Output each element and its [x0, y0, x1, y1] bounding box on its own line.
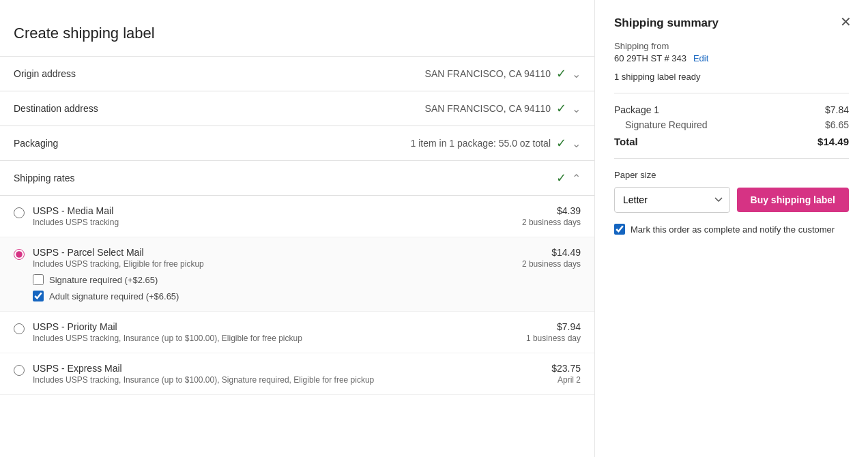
rate-item-priority-mail: USPS - Priority Mail Includes USPS track… — [0, 312, 594, 353]
addon-signature-required: Signature required (+$2.65) — [33, 274, 508, 285]
rate-price-express-mail: $23.75 — [551, 363, 581, 374]
summary-package-row: Package 1 $7.84 — [614, 104, 849, 115]
rate-info-express-mail: USPS - Express Mail Includes USPS tracki… — [33, 363, 538, 385]
rate-info-parcel-select: USPS - Parcel Select Mail Includes USPS … — [33, 247, 508, 301]
summary-edit-link[interactable]: Edit — [693, 53, 708, 63]
notify-row: Mark this order as complete and notify t… — [614, 224, 849, 235]
summary-divider-top — [614, 93, 849, 93]
rates-label: Shipping rates — [14, 173, 75, 183]
rates-chevron-up-icon: ⌃ — [572, 172, 581, 185]
create-shipping-label-modal: Create shipping label Origin address SAN… — [0, 0, 868, 457]
rate-name-parcel-select: USPS - Parcel Select Mail — [33, 247, 508, 258]
origin-check-icon: ✓ — [556, 66, 566, 81]
packaging-value: 1 item in 1 package: 55.0 oz total — [411, 138, 551, 149]
rate-name-media-mail: USPS - Media Mail — [33, 205, 508, 216]
rate-days-media-mail: 2 business days — [522, 218, 581, 227]
notify-customer-checkbox[interactable] — [614, 224, 625, 235]
destination-chevron-down-icon: ⌄ — [572, 102, 581, 115]
rate-desc-express-mail: Includes USPS tracking, Insurance (up to… — [33, 375, 538, 385]
destination-address-right: SAN FRANCISCO, CA 94110 ✓ ⌄ — [425, 101, 581, 116]
origin-address-value: SAN FRANCISCO, CA 94110 — [425, 68, 551, 79]
buy-shipping-label-button[interactable]: Buy shipping label — [737, 188, 849, 212]
rate-days-parcel-select: 2 business days — [522, 259, 581, 269]
rate-desc-priority-mail: Includes USPS tracking, Insurance (up to… — [33, 334, 512, 343]
rate-name-priority-mail: USPS - Priority Mail — [33, 321, 512, 332]
destination-address-label: Destination address — [14, 103, 98, 114]
addon-adult-signature-required-checkbox[interactable] — [33, 291, 44, 301]
notify-customer-label: Mark this order as complete and notify t… — [631, 224, 835, 235]
right-panel: ✕ Shipping summary Shipping from 60 29TH… — [595, 0, 868, 457]
paper-size-label: Paper size — [614, 170, 849, 180]
packaging-right: 1 item in 1 package: 55.0 oz total ✓ ⌄ — [411, 136, 581, 151]
rate-days-priority-mail: 1 business day — [526, 334, 581, 343]
summary-address-row: 60 29TH ST # 343 Edit — [614, 53, 849, 63]
modal-title: Create shipping label — [14, 25, 155, 42]
shipping-rates-section: Shipping rates ✓ ⌃ USPS - Media Mail Inc… — [0, 160, 594, 395]
summary-divider-bottom — [614, 158, 849, 159]
rate-item-express-mail: USPS - Express Mail Includes USPS tracki… — [0, 353, 594, 395]
addon-signature-required-checkbox[interactable] — [33, 274, 44, 285]
summary-address: 60 29TH ST # 343 — [614, 53, 686, 63]
packaging-label: Packaging — [14, 138, 58, 149]
origin-chevron-down-icon: ⌄ — [572, 68, 581, 80]
modal-header: Create shipping label — [0, 14, 594, 56]
rate-radio-parcel-select[interactable] — [14, 249, 25, 260]
rate-radio-priority-mail[interactable] — [14, 323, 25, 334]
summary-sig-required-row: Signature Required $6.65 — [614, 119, 849, 130]
rates-header[interactable]: Shipping rates ✓ ⌃ — [0, 161, 594, 196]
summary-package-label: Package 1 — [614, 104, 659, 115]
rate-radio-express-mail[interactable] — [14, 365, 25, 376]
destination-check-icon: ✓ — [556, 101, 566, 116]
rate-price-priority-mail: $7.94 — [526, 321, 581, 332]
rate-price-media-mail: $4.39 — [522, 205, 581, 216]
rate-info-priority-mail: USPS - Priority Mail Includes USPS track… — [33, 321, 512, 343]
summary-ready-label: 1 shipping label ready — [614, 72, 849, 82]
rates-check-icon: ✓ — [556, 171, 566, 186]
rate-price-area-express-mail: $23.75 April 2 — [551, 363, 581, 385]
origin-address-label: Origin address — [14, 68, 76, 79]
rate-name-express-mail: USPS - Express Mail — [33, 363, 538, 374]
paper-size-select[interactable]: Letter 4x6 — [614, 187, 730, 213]
rate-item-media-mail: USPS - Media Mail Includes USPS tracking… — [0, 196, 594, 237]
addon-adult-signature-required-label: Adult signature required (+$6.65) — [49, 291, 179, 301]
summary-total-label: Total — [614, 136, 638, 147]
rate-price-area-media-mail: $4.39 2 business days — [522, 205, 581, 227]
rate-price-parcel-select: $14.49 — [522, 247, 581, 258]
rate-desc-parcel-select: Includes USPS tracking, Eligible for fre… — [33, 259, 508, 269]
rate-price-area-priority-mail: $7.94 1 business day — [526, 321, 581, 343]
rate-days-express-mail: April 2 — [551, 375, 581, 385]
summary-package-price: $7.84 — [825, 104, 849, 115]
rate-price-area-parcel-select: $14.49 2 business days — [522, 247, 581, 269]
rate-info-media-mail: USPS - Media Mail Includes USPS tracking — [33, 205, 508, 227]
destination-address-value: SAN FRANCISCO, CA 94110 — [425, 103, 551, 114]
origin-address-row[interactable]: Origin address SAN FRANCISCO, CA 94110 ✓… — [0, 56, 594, 91]
addon-adult-signature-required: Adult signature required (+$6.65) — [33, 291, 508, 301]
packaging-chevron-down-icon: ⌄ — [572, 137, 581, 150]
destination-address-row[interactable]: Destination address SAN FRANCISCO, CA 94… — [0, 91, 594, 126]
rate-item-parcel-select: USPS - Parcel Select Mail Includes USPS … — [0, 237, 594, 312]
packaging-check-icon: ✓ — [556, 136, 566, 151]
summary-title: Shipping summary — [614, 16, 849, 30]
summary-total-price: $14.49 — [818, 136, 849, 147]
left-panel: Create shipping label Origin address SAN… — [0, 0, 595, 457]
shipping-from-label: Shipping from — [614, 41, 849, 51]
close-button[interactable]: ✕ — [835, 11, 857, 33]
packaging-row[interactable]: Packaging 1 item in 1 package: 55.0 oz t… — [0, 126, 594, 160]
summary-total-row: Total $14.49 — [614, 136, 849, 147]
paper-size-row: Letter 4x6 Buy shipping label — [614, 187, 849, 213]
origin-address-right: SAN FRANCISCO, CA 94110 ✓ ⌄ — [425, 66, 581, 81]
rates-header-right: ✓ ⌃ — [556, 171, 581, 186]
addon-signature-required-label: Signature required (+$2.65) — [49, 275, 158, 285]
summary-sig-required-label: Signature Required — [625, 119, 708, 130]
summary-sig-required-price: $6.65 — [825, 119, 849, 130]
rate-desc-media-mail: Includes USPS tracking — [33, 218, 508, 227]
rate-radio-media-mail[interactable] — [14, 207, 25, 218]
